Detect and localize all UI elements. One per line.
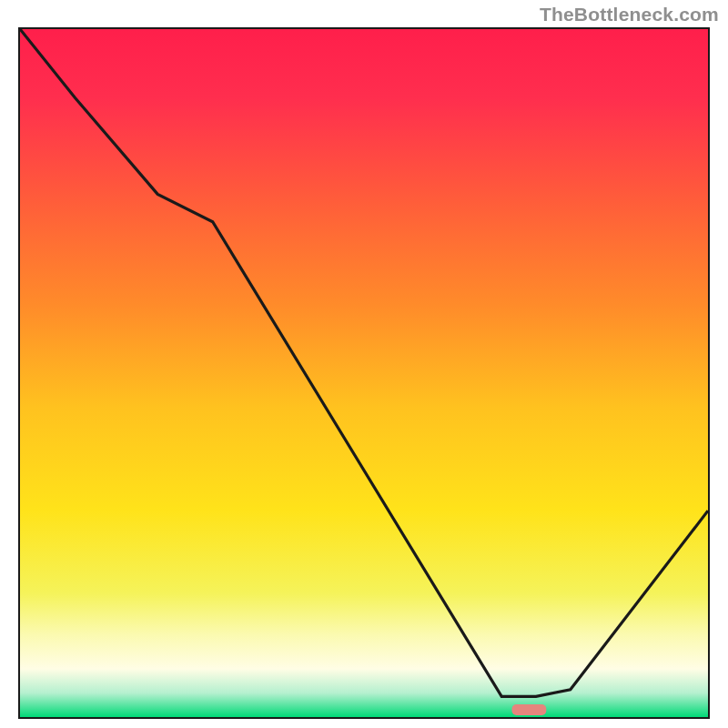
bottleneck-chart	[18, 27, 710, 719]
optimal-zone-marker	[512, 704, 547, 715]
background-gradient	[20, 29, 708, 717]
attribution-text: TheBottleneck.com	[540, 4, 719, 25]
chart-svg	[20, 29, 708, 717]
